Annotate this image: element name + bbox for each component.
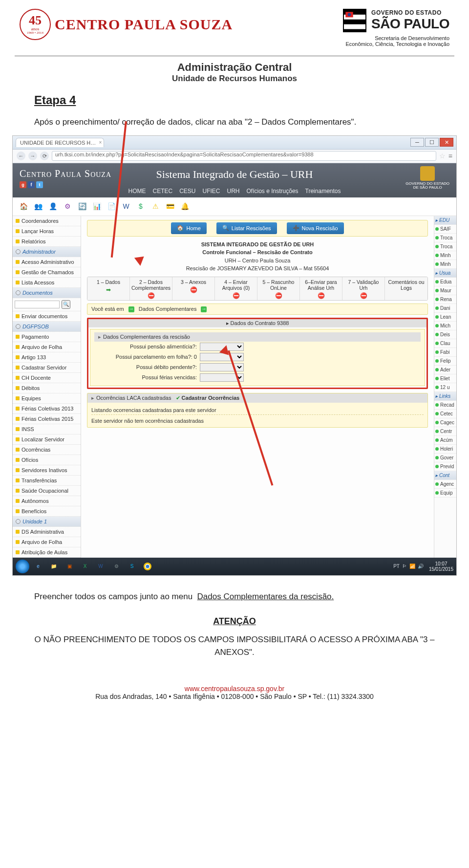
tray-flag-icon[interactable]: 🏳 xyxy=(402,564,407,569)
step-tab[interactable]: 6–Enviar para Análise Urh⛔ xyxy=(300,277,342,300)
right-item[interactable]: Previd xyxy=(434,462,456,471)
sidebar-item[interactable]: DS Administrativa xyxy=(13,527,81,537)
window-maximize-button[interactable]: ☐ xyxy=(425,138,439,147)
clock[interactable]: 10:07 15/01/2015 xyxy=(429,561,453,572)
gear-icon[interactable]: ⚙ xyxy=(109,560,123,573)
reload-icon[interactable]: ⟳ xyxy=(40,152,49,160)
browser-tab[interactable]: UNIDADE DE RECURSOS H… × xyxy=(16,138,104,147)
right-item[interactable]: Eliet xyxy=(434,374,456,383)
tool-adduser-icon[interactable]: 👤 xyxy=(47,200,59,212)
right-item[interactable]: Acúm xyxy=(434,436,456,445)
sidebar-item[interactable]: Ofícios xyxy=(13,455,81,465)
chrome-icon[interactable] xyxy=(141,560,154,573)
sidebar-item[interactable]: Transferências xyxy=(13,476,81,486)
tray-sound-icon[interactable]: 🔊 xyxy=(418,564,424,569)
right-item[interactable]: Troca xyxy=(434,234,456,242)
quick-search-button[interactable]: 🔍 xyxy=(62,300,70,309)
step-tab[interactable]: 1 – Dados➡ xyxy=(87,277,130,300)
menu-urh[interactable]: URH xyxy=(227,188,240,195)
explorer-icon[interactable]: 📁 xyxy=(47,560,61,573)
sidebar-item[interactable]: Atribuição de Aulas xyxy=(13,547,81,558)
right-item[interactable]: Ader xyxy=(434,366,456,374)
menu-cetec[interactable]: CETEC xyxy=(153,188,173,195)
right-item[interactable]: Troca xyxy=(434,242,456,251)
sidebar-item[interactable]: Acesso Administrativo xyxy=(13,257,81,267)
menu-home[interactable]: HOME xyxy=(128,188,146,195)
sidebar-item[interactable]: INSS xyxy=(13,424,81,434)
sidebar-item[interactable]: Coordenadores xyxy=(13,216,81,226)
twitter-icon[interactable]: t xyxy=(36,181,43,188)
tool-alert-icon[interactable]: 🔔 xyxy=(179,200,191,212)
right-item[interactable]: Clau xyxy=(434,339,456,348)
sidebar-item[interactable]: Autônomos xyxy=(13,496,81,506)
sidebar-item[interactable]: Cadastrar Servidor xyxy=(13,363,81,373)
tool-chart-icon[interactable]: 📊 xyxy=(91,200,103,212)
quick-search-input[interactable] xyxy=(15,301,60,308)
tool-home-icon[interactable]: 🏠 xyxy=(18,200,29,212)
skype-icon[interactable]: S xyxy=(125,560,139,573)
sidebar-item[interactable]: Arquivo de Folha xyxy=(13,537,81,547)
nova-rescisao-button[interactable]: ➕Nova Rescisão xyxy=(287,222,344,234)
footer-url[interactable]: www.centropaulasouza.sp.gov.br xyxy=(185,685,284,693)
sidebar-item[interactable]: Lista Acessos xyxy=(13,278,81,288)
right-item[interactable]: Edua xyxy=(434,278,456,286)
right-item[interactable]: Holeri xyxy=(434,445,456,454)
sidebar-item[interactable]: CH Docente xyxy=(13,373,81,383)
sidebar-item[interactable]: Enviar documentos xyxy=(13,311,81,322)
right-item[interactable]: Recad xyxy=(434,401,456,410)
menu-cesu[interactable]: CESU xyxy=(179,188,195,195)
tool-refresh-icon[interactable]: 🔄 xyxy=(76,200,88,212)
tool-card-icon[interactable]: 💳 xyxy=(164,200,176,212)
excel-icon[interactable]: X xyxy=(78,560,92,573)
field-select[interactable] xyxy=(200,363,244,371)
menu-oficios[interactable]: Ofícios e Instruções xyxy=(247,188,298,195)
bookmark-icon[interactable]: ☆ xyxy=(439,152,446,160)
right-item[interactable]: SAIF xyxy=(434,225,456,234)
tool-money-icon[interactable]: $ xyxy=(135,200,147,212)
sidebar-item[interactable]: Débitos xyxy=(13,383,81,393)
terminal-icon[interactable]: ▣ xyxy=(63,560,76,573)
right-item[interactable]: Gover xyxy=(434,454,456,462)
home-button[interactable]: 🏠Home xyxy=(171,222,206,234)
sidebar-item[interactable]: Arquivo de Folha xyxy=(13,342,81,352)
right-item[interactable]: Deis xyxy=(434,330,456,339)
field-select[interactable] xyxy=(200,353,244,361)
sidebar-item[interactable]: Localizar Servidor xyxy=(13,434,81,445)
sidebar-item[interactable]: Gestão de Chamados xyxy=(13,267,81,278)
back-icon[interactable]: ← xyxy=(17,152,25,160)
step-tab[interactable]: 2 – Dados Complementares⛔ xyxy=(130,277,172,300)
sidebar-item[interactable]: Ocorrências xyxy=(13,445,81,455)
cadastrar-ocorrencias-link[interactable]: Cadastrar Ocorrências xyxy=(182,395,240,401)
right-item[interactable]: Dani xyxy=(434,304,456,313)
step-tab[interactable]: Comentários ou Logs xyxy=(385,277,427,300)
sidebar-item[interactable]: Lançar Horas xyxy=(13,226,81,237)
sidebar-item[interactable]: Relatórios xyxy=(13,237,81,247)
tool-users-icon[interactable]: 👥 xyxy=(32,200,44,212)
tool-doc-icon[interactable]: 📄 xyxy=(106,200,117,212)
sidebar-item[interactable]: Férias Coletivas 2013 xyxy=(13,404,81,414)
right-item[interactable]: Rena xyxy=(434,295,456,304)
sidebar-item[interactable]: Equipes xyxy=(13,393,81,404)
window-minimize-button[interactable]: ─ xyxy=(410,138,424,147)
googleplus-icon[interactable]: g xyxy=(20,181,26,188)
step-tab[interactable]: 7 – Validação Urh⛔ xyxy=(342,277,385,300)
right-item[interactable]: Centr xyxy=(434,427,456,436)
right-item[interactable]: Felip xyxy=(434,357,456,366)
facebook-icon[interactable]: f xyxy=(28,181,35,188)
url-input[interactable]: urh.tksi.com.br/index.php?pg=SolicitaRes… xyxy=(52,151,436,161)
language-indicator[interactable]: PT xyxy=(393,564,400,569)
sidebar-item[interactable]: Férias Coletivas 2015 xyxy=(13,414,81,424)
step-tab[interactable]: 4 – Enviar Arquivos (0)⛔ xyxy=(215,277,257,300)
start-button[interactable] xyxy=(16,560,29,573)
window-close-button[interactable]: ✕ xyxy=(440,138,453,147)
sidebar-item[interactable]: Pagamento xyxy=(13,332,81,342)
step-tab[interactable]: 3 – Anexos⛔ xyxy=(172,277,215,300)
sidebar-item[interactable]: Saúde Ocupacional xyxy=(13,486,81,496)
right-item[interactable]: Minh xyxy=(434,260,456,269)
sidebar-item[interactable]: Servidores Inativos xyxy=(13,465,81,476)
tray-network-icon[interactable]: 📶 xyxy=(409,564,415,569)
step-tab[interactable]: 5 – Rascunho OnLine⛔ xyxy=(257,277,300,300)
sidebar-item[interactable]: 🔍 xyxy=(13,298,81,311)
right-item[interactable]: Equip xyxy=(434,489,456,498)
right-item[interactable]: Mich xyxy=(434,322,456,330)
